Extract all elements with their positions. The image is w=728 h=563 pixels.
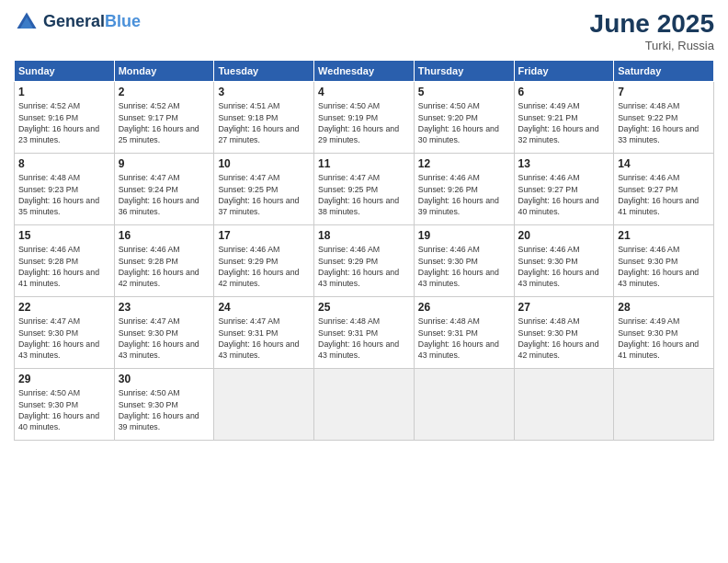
table-row: 8Sunrise: 4:48 AMSunset: 9:23 PMDaylight… [15, 154, 115, 225]
table-row: 3Sunrise: 4:51 AMSunset: 9:18 PMDaylight… [214, 82, 314, 154]
table-row: 24Sunrise: 4:47 AMSunset: 9:31 PMDayligh… [214, 297, 314, 369]
month-title: June 2025 [590, 9, 714, 39]
table-row: 7Sunrise: 4:48 AMSunset: 9:22 PMDaylight… [614, 82, 714, 154]
table-row: 25Sunrise: 4:48 AMSunset: 9:31 PMDayligh… [314, 297, 415, 369]
table-row: 13Sunrise: 4:46 AMSunset: 9:27 PMDayligh… [514, 154, 614, 225]
table-row: 6Sunrise: 4:49 AMSunset: 9:21 PMDaylight… [514, 82, 614, 154]
table-row: 21Sunrise: 4:46 AMSunset: 9:30 PMDayligh… [614, 225, 714, 297]
table-row: 2Sunrise: 4:52 AMSunset: 9:17 PMDaylight… [114, 82, 214, 154]
table-row: 9Sunrise: 4:47 AMSunset: 9:24 PMDaylight… [114, 154, 214, 225]
empty-cell [414, 369, 514, 441]
logo-text: GeneralBlue [43, 13, 141, 31]
table-row: 14Sunrise: 4:46 AMSunset: 9:27 PMDayligh… [614, 154, 714, 225]
weekday-header-row: Sunday Monday Tuesday Wednesday Thursday… [15, 61, 714, 82]
table-row: 1Sunrise: 4:52 AMSunset: 9:16 PMDaylight… [15, 82, 115, 154]
header: GeneralBlue June 2025 Turki, Russia [14, 9, 714, 52]
logo-icon [14, 9, 40, 35]
page: GeneralBlue June 2025 Turki, Russia Sund… [0, 0, 728, 563]
header-friday: Friday [514, 61, 614, 82]
table-row: 17Sunrise: 4:46 AMSunset: 9:29 PMDayligh… [214, 225, 314, 297]
table-row: 27Sunrise: 4:48 AMSunset: 9:30 PMDayligh… [514, 297, 614, 369]
location: Turki, Russia [590, 39, 714, 52]
table-row: 18Sunrise: 4:46 AMSunset: 9:29 PMDayligh… [314, 225, 415, 297]
table-row: 10Sunrise: 4:47 AMSunset: 9:25 PMDayligh… [214, 154, 314, 225]
empty-cell [314, 369, 415, 441]
table-row: 22Sunrise: 4:47 AMSunset: 9:30 PMDayligh… [15, 297, 115, 369]
header-tuesday: Tuesday [214, 61, 314, 82]
table-row: 30Sunrise: 4:50 AMSunset: 9:30 PMDayligh… [114, 369, 214, 441]
title-area: June 2025 Turki, Russia [590, 9, 714, 52]
header-thursday: Thursday [414, 61, 514, 82]
table-row: 16Sunrise: 4:46 AMSunset: 9:28 PMDayligh… [114, 225, 214, 297]
table-row: 15Sunrise: 4:46 AMSunset: 9:28 PMDayligh… [15, 225, 115, 297]
table-row: 28Sunrise: 4:49 AMSunset: 9:30 PMDayligh… [614, 297, 714, 369]
header-wednesday: Wednesday [314, 61, 415, 82]
table-row: 5Sunrise: 4:50 AMSunset: 9:20 PMDaylight… [414, 82, 514, 154]
table-row: 20Sunrise: 4:46 AMSunset: 9:30 PMDayligh… [514, 225, 614, 297]
table-row: 12Sunrise: 4:46 AMSunset: 9:26 PMDayligh… [414, 154, 514, 225]
calendar-table: Sunday Monday Tuesday Wednesday Thursday… [14, 60, 714, 441]
table-row: 19Sunrise: 4:46 AMSunset: 9:30 PMDayligh… [414, 225, 514, 297]
header-saturday: Saturday [614, 61, 714, 82]
table-row: 26Sunrise: 4:48 AMSunset: 9:31 PMDayligh… [414, 297, 514, 369]
table-row: 29Sunrise: 4:50 AMSunset: 9:30 PMDayligh… [15, 369, 115, 441]
header-sunday: Sunday [15, 61, 115, 82]
empty-cell [214, 369, 314, 441]
table-row: 4Sunrise: 4:50 AMSunset: 9:19 PMDaylight… [314, 82, 415, 154]
empty-cell [614, 369, 714, 441]
logo: GeneralBlue [14, 9, 141, 35]
header-monday: Monday [114, 61, 214, 82]
table-row: 11Sunrise: 4:47 AMSunset: 9:25 PMDayligh… [314, 154, 415, 225]
table-row: 23Sunrise: 4:47 AMSunset: 9:30 PMDayligh… [114, 297, 214, 369]
empty-cell [514, 369, 614, 441]
